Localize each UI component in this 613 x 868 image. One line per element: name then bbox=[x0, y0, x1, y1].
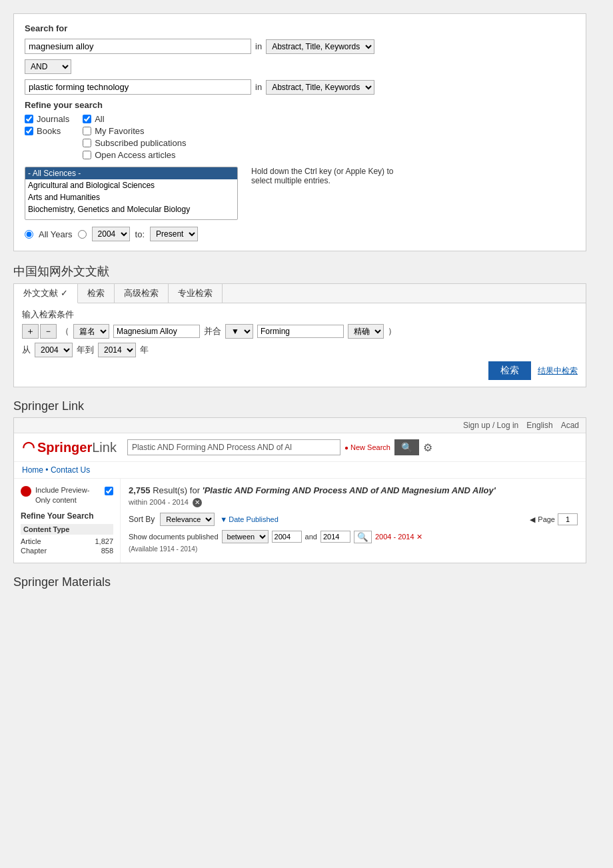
springer-new-search-label[interactable]: ● New Search bbox=[344, 443, 390, 451]
subject-option-arts[interactable]: Arts and Humanities bbox=[25, 191, 237, 203]
cnki-bracket-open: （ bbox=[61, 325, 69, 337]
cnki-body: 输入检索条件 ＋ － （ 篇名 并合 ▼ 精确 ） bbox=[14, 303, 586, 387]
show-docs-search-btn[interactable]: 🔍 bbox=[354, 531, 372, 543]
page-nav-prev[interactable]: ◀ bbox=[530, 515, 535, 524]
subject-select[interactable]: - All Sciences - Agricultural and Biolog… bbox=[25, 167, 238, 220]
date-range-remove[interactable]: ✕ bbox=[416, 533, 422, 541]
cnki-accuracy-select[interactable]: 精确 bbox=[348, 324, 384, 339]
cnki-year-from[interactable]: 2004 bbox=[35, 343, 73, 357]
subject-option-all-sciences[interactable]: - All Sciences - bbox=[25, 167, 237, 179]
sort-by-label: Sort By bbox=[129, 515, 155, 524]
cnki-tab-gaoji[interactable]: 高级检索 bbox=[115, 284, 169, 303]
and-label: and bbox=[305, 533, 317, 541]
springer-box: Sign up / Log in English Acad ◠ Springer… bbox=[13, 417, 586, 563]
search-form-section: Search for in Abstract, Title, Keywords … bbox=[13, 13, 586, 251]
springer-search-button[interactable]: 🔍 bbox=[394, 439, 419, 455]
refine-grid: Journals Books All My Favorites Subscrib… bbox=[25, 114, 575, 160]
page-input[interactable] bbox=[558, 513, 578, 525]
results-count: 2,755 bbox=[129, 485, 151, 495]
content-type-label: Content Type bbox=[21, 524, 113, 535]
springer-link-title: Springer Link bbox=[13, 399, 586, 413]
cnki-box: 外文文献 ✓ 检索 高级检索 专业检索 输入检索条件 ＋ － （ 篇名 并合 ▼ bbox=[13, 283, 586, 387]
open-access-label: Open Access articles bbox=[95, 150, 175, 160]
year-from-select[interactable]: 2004 bbox=[92, 227, 130, 241]
refine-col-right: All My Favorites Subscribed publications… bbox=[83, 114, 186, 160]
my-favorites-checkbox[interactable] bbox=[83, 127, 91, 135]
search-field-2[interactable] bbox=[25, 79, 251, 95]
springer-top-bar: Sign up / Log in English Acad bbox=[14, 418, 586, 433]
show-docs-from[interactable] bbox=[272, 531, 302, 543]
all-label: All bbox=[95, 114, 104, 124]
cnki-tab-jianso[interactable]: 检索 bbox=[78, 284, 115, 303]
all-years-label: All Years bbox=[39, 229, 73, 239]
sort-row: Sort By Relevance ▼ Date Published ◀ Pag… bbox=[129, 513, 578, 526]
cnki-and-label: 并合 bbox=[204, 325, 221, 337]
refine-my-favorites: My Favorites bbox=[83, 126, 186, 136]
all-years-radio[interactable] bbox=[25, 230, 33, 239]
date-published-btn[interactable]: ▼ Date Published bbox=[220, 515, 279, 523]
between-select[interactable]: between bbox=[222, 530, 269, 543]
journals-checkbox[interactable] bbox=[25, 115, 33, 123]
results-label: Result(s) for bbox=[153, 485, 202, 495]
search-form-title: Search for bbox=[25, 23, 575, 33]
scope-select-1[interactable]: Abstract, Title, Keywords bbox=[266, 39, 374, 54]
article-label: Article bbox=[21, 537, 41, 545]
open-access-checkbox[interactable] bbox=[83, 151, 91, 159]
cnki-tab-wenwxian[interactable]: 外文文献 ✓ bbox=[14, 284, 78, 303]
books-label: Books bbox=[37, 126, 61, 136]
springer-nav: Home • Contact Us bbox=[14, 462, 586, 479]
all-checkbox[interactable] bbox=[83, 115, 91, 123]
cnki-title: 中国知网外文文献 bbox=[13, 263, 586, 279]
cnki-section: 中国知网外文文献 外文文献 ✓ 检索 高级检索 专业检索 输入检索条件 ＋ － … bbox=[13, 263, 586, 387]
cnki-search-button[interactable]: 检索 bbox=[488, 361, 531, 380]
content-type-chapter: Chapter 858 bbox=[21, 547, 113, 555]
operator-select[interactable]: AND bbox=[25, 59, 71, 74]
article-count: 1,827 bbox=[95, 537, 113, 545]
springer-nav-contact[interactable]: Contact Us bbox=[51, 465, 90, 475]
springer-sign-in[interactable]: Sign up / Log in bbox=[463, 421, 518, 430]
springer-nav-home[interactable]: Home bbox=[22, 465, 43, 475]
subject-option-bio[interactable]: Biochemistry, Genetics and Molecular Bio… bbox=[25, 203, 237, 215]
springer-sidebar: Include Preview-Only content Refine Your… bbox=[14, 479, 121, 563]
books-checkbox[interactable] bbox=[25, 127, 33, 135]
cnki-minus-btn[interactable]: － bbox=[40, 324, 57, 339]
search-field-1[interactable] bbox=[25, 39, 251, 54]
cnki-tab-zhuanye[interactable]: 专业检索 bbox=[169, 284, 223, 303]
scope-select-2[interactable]: Abstract, Title, Keywords bbox=[266, 80, 374, 95]
cnki-year-row: 从 2004 年到 2014 年 bbox=[22, 343, 578, 357]
springer-materials-section: Springer Materials bbox=[13, 575, 586, 589]
cnki-conjunction-select[interactable]: ▼ bbox=[225, 324, 253, 339]
years-row: All Years 2004 to: Present bbox=[25, 227, 575, 241]
within-remove-btn[interactable]: ✕ bbox=[193, 498, 202, 507]
cnki-year-end-label: 年 bbox=[140, 344, 149, 356]
chapter-count: 858 bbox=[101, 547, 113, 555]
subscribed-checkbox[interactable] bbox=[83, 139, 91, 147]
year-range-radio[interactable] bbox=[78, 230, 87, 239]
springer-search-input[interactable] bbox=[127, 439, 340, 455]
springer-academic[interactable]: Acad bbox=[561, 421, 579, 430]
springer-gear-button[interactable]: ⚙ bbox=[423, 441, 432, 454]
springer-language[interactable]: English bbox=[526, 421, 552, 430]
subject-option-agri[interactable]: Agricultural and Biological Sciences bbox=[25, 179, 237, 191]
sort-by-select[interactable]: Relevance bbox=[160, 513, 215, 526]
cnki-field-input-2[interactable] bbox=[257, 325, 344, 338]
refine-all: All bbox=[83, 114, 186, 124]
springer-materials-title: Springer Materials bbox=[13, 575, 586, 589]
cnki-plus-btn[interactable]: ＋ bbox=[22, 324, 39, 339]
date-range-tag[interactable]: 2004 - 2014 ✕ bbox=[375, 533, 422, 541]
preview-checkbox[interactable] bbox=[105, 487, 113, 495]
springer-search-bar: ● New Search 🔍 ⚙ bbox=[127, 439, 578, 455]
cnki-refine-link[interactable]: 结果中检索 bbox=[538, 365, 578, 377]
cnki-from-label: 从 bbox=[22, 344, 31, 356]
cnki-year-to[interactable]: 2014 bbox=[98, 343, 136, 357]
springer-suffix: Link bbox=[92, 440, 117, 455]
show-docs-to[interactable] bbox=[320, 531, 350, 543]
cnki-field-type-1[interactable]: 篇名 bbox=[73, 324, 109, 339]
cnki-year-label: 年到 bbox=[77, 344, 94, 356]
cnki-field-input-1[interactable] bbox=[113, 325, 200, 338]
year-to-select[interactable]: Present bbox=[150, 227, 198, 241]
springer-preview-row: Include Preview-Only content bbox=[21, 485, 113, 506]
page-label: ◀ Page bbox=[530, 513, 578, 525]
ctrl-hint: Hold down the Ctrl key (or Apple Key) to… bbox=[251, 167, 398, 185]
refine-col-left: Journals Books bbox=[25, 114, 69, 160]
